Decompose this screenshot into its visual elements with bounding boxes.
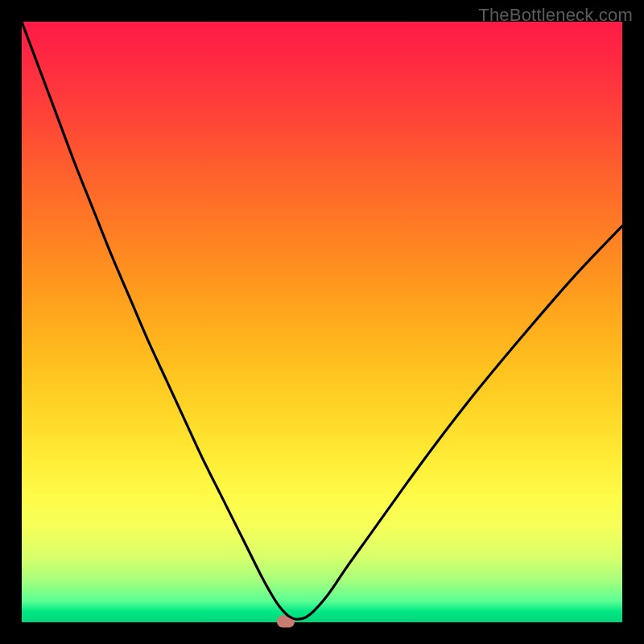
chart-frame: TheBottleneck.com (0, 0, 644, 644)
bottleneck-curve (22, 22, 622, 619)
curve-svg (22, 22, 622, 622)
plot-area (22, 22, 622, 622)
